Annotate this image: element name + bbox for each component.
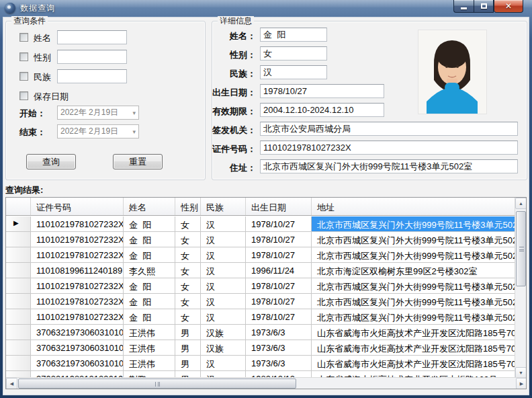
horizontal-scroll-thumb[interactable]: [18, 379, 296, 389]
cell[interactable]: 1973/6/3: [246, 325, 312, 340]
filter-input-性别[interactable]: [57, 50, 127, 64]
close-button[interactable]: ✕: [494, 0, 523, 13]
cell[interactable]: 女: [175, 278, 201, 293]
scroll-right-icon[interactable]: ▶: [516, 378, 527, 389]
cell[interactable]: 11010219781027232X: [31, 232, 124, 247]
row-header[interactable]: [6, 309, 31, 324]
cell[interactable]: 王洪伟: [124, 325, 175, 340]
checkbox-性别[interactable]: [19, 52, 28, 61]
checkbox-姓名[interactable]: [19, 33, 28, 42]
grid-corner-cell[interactable]: [6, 198, 31, 215]
row-header[interactable]: [6, 294, 31, 309]
filter-input-姓名[interactable]: [57, 30, 127, 44]
cell[interactable]: 王洪伟: [124, 340, 175, 355]
cell[interactable]: 11010219781027232X: [31, 216, 124, 231]
cell[interactable]: 女: [175, 216, 201, 231]
cell[interactable]: 汉: [201, 294, 246, 309]
horizontal-scrollbar[interactable]: ◀ ▶: [6, 377, 527, 389]
cell[interactable]: 汉: [201, 232, 246, 247]
checkbox-民族[interactable]: [19, 72, 28, 81]
cell[interactable]: 11010219781027232X: [31, 247, 124, 262]
query-button[interactable]: 查询: [26, 154, 76, 169]
maximize-button[interactable]: [474, 0, 494, 13]
cell[interactable]: 女: [175, 232, 201, 247]
cell[interactable]: 汉: [201, 356, 246, 370]
column-header-6[interactable]: 地址: [312, 198, 516, 215]
cell[interactable]: 1978/10/27: [246, 309, 312, 324]
cell[interactable]: 北京市西城区复兴门外大街999号院11号楼3单元502室: [312, 309, 516, 324]
cell[interactable]: 110108199611240189: [31, 263, 124, 278]
row-header[interactable]: [6, 356, 31, 370]
cell[interactable]: 11010219781027232X: [31, 309, 124, 324]
row-header[interactable]: [6, 263, 31, 278]
date-picker[interactable]: 2022年 2月19日▾: [57, 106, 139, 120]
cell[interactable]: 1973/6/3: [246, 356, 312, 370]
cell[interactable]: 北京市西城区复兴门外大街999号院11号楼3单元502室: [312, 232, 516, 247]
cell[interactable]: 北京市海淀区双榆树东里99区2号楼302室: [312, 263, 516, 278]
date-picker[interactable]: 2022年 2月19日▾: [57, 124, 139, 138]
detail-field[interactable]: 金 阳: [260, 28, 327, 42]
column-header-2[interactable]: 姓名: [124, 198, 175, 215]
reset-button[interactable]: 重置: [113, 154, 163, 169]
cell[interactable]: 1978/10/27: [246, 216, 312, 231]
detail-field[interactable]: 2004.12.10-2024.12.10: [260, 103, 384, 117]
cell[interactable]: 1978/10/27: [246, 232, 312, 247]
cell[interactable]: 1978/10/27: [246, 247, 312, 262]
cell[interactable]: 汉: [201, 309, 246, 324]
cell[interactable]: 金 阳: [124, 309, 175, 324]
cell[interactable]: 汉族: [201, 325, 246, 340]
checkbox-保存日期[interactable]: [19, 91, 28, 100]
cell[interactable]: 汉: [201, 247, 246, 262]
detail-field[interactable]: 汉: [260, 65, 327, 79]
cell[interactable]: 山东省威海市火炬高技术产业开发区沈阳路185号703室: [312, 325, 516, 340]
row-header[interactable]: [6, 232, 31, 247]
row-header[interactable]: [6, 247, 31, 262]
cell[interactable]: 山东省威海市火炬高技术产业开发区沈阳路185号703室: [312, 340, 516, 355]
column-header-3[interactable]: 性别: [175, 198, 201, 215]
app-icon[interactable]: [5, 3, 15, 13]
filter-input-民族[interactable]: [57, 69, 127, 83]
minimize-button[interactable]: [453, 0, 474, 13]
detail-field[interactable]: 1978/10/27: [260, 84, 384, 98]
cell[interactable]: 370632197306031010: [31, 356, 124, 370]
column-header-4[interactable]: 民族: [201, 198, 246, 215]
cell[interactable]: 北京市西城区复兴门外大街999号院11号楼3单元502室: [312, 247, 516, 262]
scroll-left-icon[interactable]: ◀: [6, 378, 17, 389]
cell[interactable]: 女: [175, 294, 201, 309]
cell[interactable]: 1996/11/24: [246, 263, 312, 278]
cell[interactable]: 山东省威海市火炬高技术产业开发区沈阳路185号703室: [312, 356, 516, 370]
cell[interactable]: 汉族: [201, 340, 246, 355]
cell[interactable]: 北京市西城区复兴门外大街999号院11号楼3单元502室: [312, 294, 516, 309]
cell[interactable]: 金 阳: [124, 216, 175, 231]
cell[interactable]: 北京市西城区复兴门外大街999号院11号楼3单元502室: [312, 216, 516, 231]
row-header[interactable]: [6, 340, 31, 355]
cell[interactable]: 1978/10/27: [246, 294, 312, 309]
cell[interactable]: 11010219781027232X: [31, 278, 124, 293]
detail-field[interactable]: 北京市公安局西城分局: [260, 122, 518, 136]
cell[interactable]: 1973/6/3: [246, 340, 312, 355]
cell[interactable]: 女: [175, 247, 201, 262]
cell[interactable]: 金 阳: [124, 247, 175, 262]
cell[interactable]: 女: [175, 263, 201, 278]
cell[interactable]: 男: [175, 340, 201, 355]
cell[interactable]: 金 阳: [124, 232, 175, 247]
cell[interactable]: 金 阳: [124, 294, 175, 309]
title-bar[interactable]: 数据查询 ✕: [0, 0, 532, 17]
cell[interactable]: 370632197306031010: [31, 325, 124, 340]
cell[interactable]: 女: [175, 309, 201, 324]
cell[interactable]: 370632197306031010: [31, 340, 124, 355]
scroll-up-icon[interactable]: ▲: [515, 198, 527, 209]
row-header[interactable]: [6, 325, 31, 340]
cell[interactable]: 汉: [201, 278, 246, 293]
cell[interactable]: 李久熙: [124, 263, 175, 278]
detail-field[interactable]: 11010219781027232X: [260, 141, 518, 155]
row-header[interactable]: [6, 278, 31, 293]
vertical-scroll-thumb[interactable]: [516, 211, 526, 286]
column-header-5[interactable]: 出生日期: [246, 198, 312, 215]
column-header-1[interactable]: 证件号码: [31, 198, 124, 215]
row-header[interactable]: ▶: [6, 216, 31, 231]
detail-field[interactable]: 女: [260, 46, 327, 61]
cell[interactable]: 金 阳: [124, 278, 175, 293]
cell[interactable]: 11010219781027232X: [31, 294, 124, 309]
cell[interactable]: 北京市西城区复兴门外大街999号院11号楼3单元502室: [312, 278, 516, 293]
